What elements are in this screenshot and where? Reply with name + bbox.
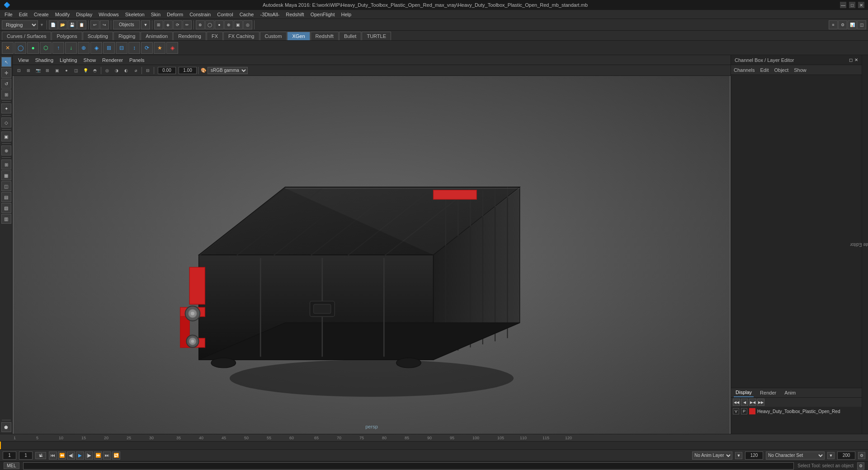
snap-surface-btn[interactable]: ⊗	[224, 20, 233, 29]
mode-select[interactable]: Rigging Animation Modeling Rendering	[2, 20, 38, 29]
xray-btn[interactable]: ◑	[112, 66, 121, 75]
snap-point-btn[interactable]: ●	[215, 20, 224, 29]
menu-display[interactable]: Display	[73, 11, 95, 18]
shelf-icon-13[interactable]: ◈	[166, 42, 178, 54]
menu-edit[interactable]: Edit	[16, 11, 30, 18]
texture-btn[interactable]: ◫	[71, 66, 80, 75]
channel-box-resize-btn[interactable]: ◻	[849, 57, 853, 62]
objects-dropdown[interactable]: ▼	[141, 20, 150, 29]
shelf-icon-1[interactable]: ◯	[14, 42, 26, 54]
shelf-tab-redshift[interactable]: Redshift	[311, 32, 339, 40]
menu-control[interactable]: Control	[214, 11, 236, 18]
far-clip-input[interactable]	[179, 67, 197, 74]
channel-box-btn[interactable]: 📊	[848, 20, 857, 29]
viewport-menu-lighting[interactable]: Lighting	[57, 56, 80, 64]
minimize-button[interactable]: —	[840, 2, 846, 8]
cb-bottom-tab-display[interactable]: Display	[734, 388, 754, 397]
shelf-tab-turtle[interactable]: TURTLE	[362, 32, 391, 40]
fit-selected-btn[interactable]: ⊞	[24, 66, 33, 75]
menu-constrain[interactable]: Constrain	[187, 11, 213, 18]
viewport-menu-show[interactable]: Show	[81, 56, 99, 64]
resolution-btn[interactable]: ⊟	[143, 66, 152, 75]
channel-box-close-btn[interactable]: ✕	[854, 57, 858, 62]
shelf-icon-4[interactable]: ↑	[52, 42, 64, 54]
range-max-input[interactable]	[837, 451, 855, 460]
show-manip-btn[interactable]: ▣	[1, 132, 11, 141]
soft-select-btn[interactable]: ◇	[1, 118, 11, 127]
cb-bottom-tab-render[interactable]: Render	[758, 389, 778, 397]
shelf-icon-0[interactable]: ✕	[2, 42, 14, 54]
snap-live-btn[interactable]: ◎	[243, 20, 252, 29]
step-forward-btn[interactable]: |▶	[85, 451, 93, 460]
scale-tool-btn[interactable]: ⊞	[1, 89, 11, 99]
render-settings-btn[interactable]: ⊞	[1, 160, 11, 169]
step-back-btn[interactable]: ◀|	[67, 451, 75, 460]
layer-editor-btn[interactable]: ◫	[857, 20, 866, 29]
layer-prev-prev-btn[interactable]: ◀◀	[733, 399, 740, 406]
command-line-input[interactable]	[23, 462, 794, 470]
viewport-menu-panels[interactable]: Panels	[127, 56, 147, 64]
shelf-tab-bullet[interactable]: Bullet	[339, 32, 362, 40]
render-view-btn[interactable]: ▦	[1, 170, 11, 180]
shelf-icon-10[interactable]: ↕	[128, 42, 140, 54]
save-as-btn[interactable]: 📋	[77, 20, 86, 29]
next-frame-btn[interactable]: ⏩	[94, 451, 102, 460]
viewport-menu-renderer[interactable]: Renderer	[99, 56, 126, 64]
viewport-menu-shading[interactable]: Shading	[33, 56, 56, 64]
maximize-button[interactable]: □	[849, 2, 855, 8]
lasso-btn[interactable]: ⟳	[173, 20, 182, 29]
wireframe-btn[interactable]: ▣	[52, 66, 61, 75]
anim-layer-select[interactable]: No Anim Layer	[692, 451, 732, 460]
grid-btn[interactable]: ⊞	[43, 66, 52, 75]
cb-tab-object[interactable]: Object	[774, 66, 788, 74]
shelf-tab-rendering[interactable]: Rendering	[173, 32, 206, 40]
select-tool-btn[interactable]: ↖	[1, 57, 11, 67]
title-controls[interactable]: — □ ✕	[840, 2, 864, 8]
universal-manip-btn[interactable]: ✦	[1, 103, 11, 113]
menu-openflight[interactable]: OpenFlight	[308, 11, 338, 18]
shelf-tab-fx[interactable]: FX	[207, 32, 223, 40]
shelf-icon-7[interactable]: ◈	[90, 42, 102, 54]
skip-to-end-btn[interactable]: ⏭	[103, 451, 111, 460]
shelf-tab-polygons[interactable]: Polygons	[52, 32, 82, 40]
shelf-icon-8[interactable]: ⊞	[103, 42, 115, 54]
frame-icon-btn[interactable]: 📽	[35, 452, 46, 459]
timeline-scrubber[interactable]	[0, 442, 868, 449]
attr-editor-btn[interactable]: ≡	[829, 20, 838, 29]
viewport-menu-view[interactable]: View	[15, 56, 32, 64]
layer-prev-btn[interactable]: ◀	[741, 399, 748, 406]
color-space-select[interactable]: sRGB gamma Linear	[208, 67, 248, 74]
snap-grid-btn[interactable]: ⊕	[196, 20, 205, 29]
cb-tab-channels[interactable]: Channels	[734, 66, 755, 74]
save-scene-btn[interactable]: 💾	[68, 20, 77, 29]
shelf-icon-3[interactable]: ⬡	[40, 42, 52, 54]
cb-tab-show[interactable]: Show	[794, 66, 807, 74]
hypershade-btn[interactable]: ▧	[1, 203, 11, 213]
antialias-btn[interactable]: ⌀	[131, 66, 140, 75]
shelf-tab-fx-caching[interactable]: FX Caching	[223, 32, 259, 40]
fit-all-btn[interactable]: ⊡	[14, 66, 24, 75]
char-set-dropdown-btn[interactable]: ▼	[827, 452, 835, 459]
shelf-icon-5[interactable]: ↓	[65, 42, 77, 54]
batch-render-btn[interactable]: ▤	[1, 192, 11, 202]
close-button[interactable]: ✕	[858, 2, 864, 8]
select-by-hierarchy-btn[interactable]: ⊞	[154, 20, 163, 29]
shelf-tab-custom[interactable]: Custom	[260, 32, 287, 40]
shelf-tab-sculpting[interactable]: Sculpting	[83, 32, 113, 40]
snap-curve-btn[interactable]: ◯	[205, 20, 214, 29]
lighting-btn[interactable]: 💡	[81, 66, 90, 75]
smooth-shade-btn[interactable]: ●	[62, 66, 71, 75]
select-component-btn[interactable]: ◈	[164, 20, 173, 29]
shadows-btn[interactable]: ◓	[90, 66, 99, 75]
anim-layer-dropdown-btn[interactable]: ▼	[735, 452, 742, 459]
near-clip-input[interactable]	[158, 67, 176, 74]
layer-visibility-toggle[interactable]: V	[733, 408, 739, 414]
redo-btn[interactable]: ↪	[100, 20, 109, 29]
menu-windows[interactable]: Windows	[96, 11, 122, 18]
shelf-tab-curves-surfaces[interactable]: Curves / Surfaces	[2, 32, 51, 40]
shelf-icon-2[interactable]: ●	[27, 42, 39, 54]
objects-select[interactable]: Objects	[113, 20, 140, 29]
rotate-tool-btn[interactable]: ↺	[1, 79, 11, 89]
viewport-3d[interactable]: Y X Z persp	[13, 76, 731, 434]
loop-btn[interactable]: 🔁	[112, 451, 120, 460]
